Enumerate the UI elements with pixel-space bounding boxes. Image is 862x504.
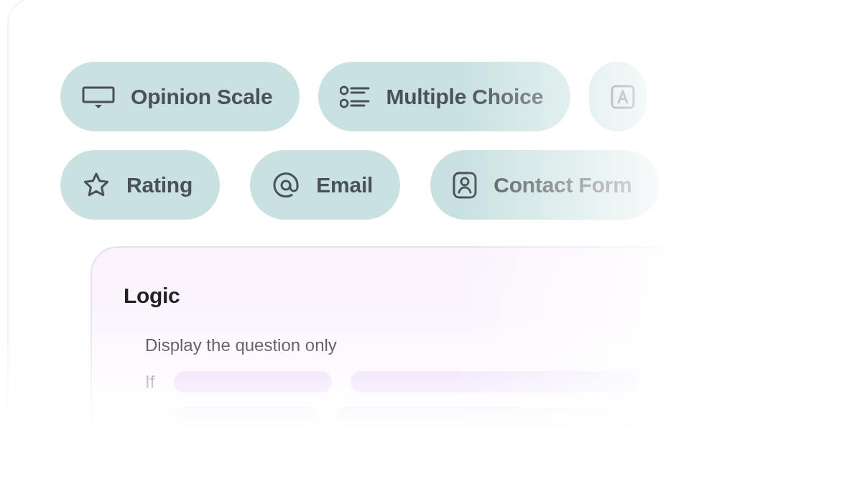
chip-label: Contact Form <box>493 173 632 197</box>
logic-subtitle: Display the question only <box>145 335 797 355</box>
star-icon <box>82 171 111 200</box>
chip-label: Rating <box>126 173 193 197</box>
svg-point-10 <box>461 178 468 185</box>
chip-partial[interactable] <box>589 62 646 131</box>
chip-label: Multiple Choice <box>386 85 543 109</box>
letter-a-icon <box>611 85 635 109</box>
main-card: Opinion Scale Multiple Choice <box>7 0 855 457</box>
logic-title: Logic <box>124 284 797 308</box>
condition-field-1[interactable] <box>174 371 332 393</box>
if-spacer <box>145 408 159 428</box>
question-type-row-1: Opinion Scale Multiple Choice <box>60 62 646 131</box>
at-sign-icon <box>272 171 300 200</box>
svg-point-1 <box>340 87 348 94</box>
svg-point-4 <box>340 100 348 107</box>
app-canvas: Opinion Scale Multiple Choice <box>0 0 862 504</box>
svg-rect-7 <box>612 86 634 108</box>
condition-value-2[interactable] <box>336 407 638 429</box>
opinion-scale-icon <box>82 85 115 109</box>
logic-panel: Logic Display the question only If <box>91 246 830 462</box>
question-type-row-2: Rating Email <box>60 150 659 220</box>
if-label: If <box>145 372 159 392</box>
chip-email[interactable]: Email <box>250 150 400 220</box>
chip-rating[interactable]: Rating <box>60 150 220 220</box>
chip-label: Email <box>316 173 373 197</box>
multiple-choice-icon <box>340 83 370 111</box>
logic-body: Display the question only If <box>124 335 797 429</box>
svg-point-8 <box>282 181 290 190</box>
svg-rect-0 <box>83 88 113 102</box>
logic-condition-row-2 <box>145 407 797 429</box>
condition-field-2[interactable] <box>174 407 318 429</box>
chip-label: Opinion Scale <box>131 85 272 109</box>
condition-value-1[interactable] <box>351 371 638 393</box>
logic-condition-row-1: If <box>145 371 797 393</box>
chip-contact-form[interactable]: Contact Form <box>430 150 659 220</box>
chip-multiple-choice[interactable]: Multiple Choice <box>318 62 570 131</box>
chip-opinion-scale[interactable]: Opinion Scale <box>60 62 300 131</box>
contact-icon <box>452 171 478 200</box>
